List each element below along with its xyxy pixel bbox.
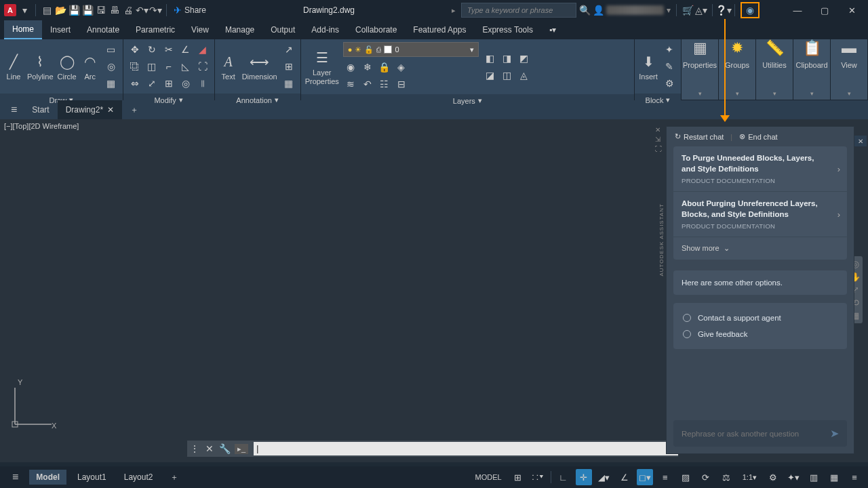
- layer-prev-icon[interactable]: ↶: [360, 77, 375, 92]
- isodraft-icon[interactable]: ◢▾: [596, 469, 612, 485]
- user-name[interactable]: [606, 5, 664, 15]
- circle-button[interactable]: ◯Circle: [58, 52, 77, 81]
- close-cmd-icon[interactable]: ✕: [202, 441, 217, 456]
- rotate-icon[interactable]: ↻: [144, 42, 159, 57]
- minimize-button[interactable]: ―: [785, 0, 810, 20]
- workspace-icon[interactable]: ✦▾: [785, 469, 802, 485]
- line-button[interactable]: ╱Line: [4, 52, 23, 81]
- tab-output[interactable]: Output: [262, 20, 303, 39]
- open-icon[interactable]: 📂: [55, 5, 66, 16]
- tab-annotate[interactable]: Annotate: [79, 20, 127, 39]
- create-block-icon[interactable]: ✦: [662, 42, 677, 57]
- close-tab-icon[interactable]: ✕: [107, 105, 114, 115]
- customize-cmd-icon[interactable]: 🔧: [217, 441, 232, 456]
- close-button[interactable]: ✕: [840, 0, 864, 20]
- layer-freeze-icon[interactable]: ❄: [360, 60, 375, 75]
- panel-block-title[interactable]: Block ▾: [635, 94, 681, 106]
- hatch-icon[interactable]: ▦: [104, 76, 119, 91]
- new-tab-button[interactable]: ＋: [122, 100, 146, 119]
- command-input[interactable]: [254, 442, 678, 455]
- scale-icon[interactable]: ⤢: [144, 76, 159, 91]
- ortho-icon[interactable]: ∟: [555, 469, 572, 485]
- autodesk-icon[interactable]: ◬▾: [696, 5, 707, 16]
- trim-icon[interactable]: ✂: [161, 42, 176, 57]
- annoscale-icon[interactable]: ⚖: [718, 469, 734, 485]
- copy-icon[interactable]: ⿻: [127, 59, 142, 74]
- layer-iso-icon[interactable]: ◈: [394, 60, 409, 75]
- tab-more-icon[interactable]: ▪▾: [541, 20, 564, 39]
- saveas-icon[interactable]: 💾: [82, 5, 93, 16]
- result-item-2[interactable]: About Purging Unreferenced Layers, Block…: [673, 192, 847, 237]
- plot-icon[interactable]: 🖶: [109, 5, 120, 16]
- insert-button[interactable]: ⬇Insert: [639, 52, 658, 81]
- panel-annotation-title[interactable]: Annotation ▾: [215, 94, 300, 106]
- send-icon[interactable]: ➤: [830, 427, 839, 440]
- result-item-1[interactable]: To Purge Unneeded Blocks, Layers, and St…: [673, 146, 847, 192]
- dimension-button[interactable]: ⟷Dimension: [242, 52, 277, 81]
- tab-addins[interactable]: Add-ins: [303, 20, 347, 39]
- layer-tool-3-icon[interactable]: ◩: [517, 51, 532, 66]
- palette-handles[interactable]: ✕⇲⛶: [655, 126, 665, 152]
- table-icon[interactable]: ⊞: [281, 59, 296, 74]
- layer-walk-icon[interactable]: ☷: [377, 77, 392, 92]
- iso-icon[interactable]: ▦: [826, 469, 842, 485]
- doc-close-icon[interactable]: ✕: [854, 136, 867, 146]
- layout-2[interactable]: Layout2: [117, 470, 160, 485]
- layer-tool-4-icon[interactable]: ◪: [483, 68, 498, 83]
- command-line[interactable]: ⋮ ✕ 🔧 ▸_: [187, 441, 678, 457]
- user-icon[interactable]: 👤: [593, 5, 604, 16]
- assistant-text-input[interactable]: [682, 430, 825, 438]
- save-icon[interactable]: 💾: [68, 5, 79, 16]
- end-chat-button[interactable]: ⊗ End chat: [739, 132, 777, 141]
- space-indicator[interactable]: MODEL: [471, 473, 506, 481]
- polyline-button[interactable]: ⌇Polyline: [27, 52, 54, 81]
- transparency-icon[interactable]: ▨: [677, 469, 694, 485]
- snap-icon[interactable]: ⸬▾: [530, 469, 547, 485]
- web-open-icon[interactable]: 🖫: [96, 5, 106, 16]
- explode-icon[interactable]: ⛶: [195, 59, 210, 74]
- layout-model[interactable]: Model: [29, 470, 66, 485]
- app-menu-button[interactable]: A: [4, 4, 16, 16]
- layer-state-icon[interactable]: ⊟: [394, 77, 409, 92]
- array-icon[interactable]: ⊞: [161, 76, 176, 91]
- tab-start[interactable]: Start: [24, 100, 57, 119]
- layer-properties-button[interactable]: ☰Layer Properties: [305, 48, 339, 85]
- assistant-icon[interactable]: ◉: [745, 5, 755, 16]
- recent-cmd-icon[interactable]: ⋮: [187, 441, 202, 456]
- rectangle-icon[interactable]: ▭: [104, 42, 119, 57]
- field-icon[interactable]: ▦: [281, 76, 296, 91]
- maximize-button[interactable]: ▢: [812, 0, 837, 20]
- edit-block-icon[interactable]: ✎: [662, 59, 677, 74]
- panel-layers-title[interactable]: Layers ▾: [301, 94, 634, 107]
- ellipse-icon[interactable]: ◎: [104, 59, 119, 74]
- search-input[interactable]: Type a keyword or phrase: [461, 3, 576, 18]
- layout-1[interactable]: Layout1: [71, 470, 113, 485]
- tab-express[interactable]: Express Tools: [474, 20, 540, 39]
- layer-dropdown[interactable]: ● ☀ 🔓 ⎙ 0 ▾: [343, 42, 479, 57]
- viewport-label[interactable]: [−][Top][2D Wireframe]: [4, 122, 79, 130]
- share-icon[interactable]: ✈: [172, 5, 183, 16]
- option-contact-agent[interactable]: Contact a support agent: [683, 310, 837, 326]
- layer-lock-icon[interactable]: 🔒: [377, 60, 392, 75]
- tab-collaborate[interactable]: Collaborate: [347, 20, 405, 39]
- osnap-icon[interactable]: ◻▾: [637, 469, 653, 485]
- polar-icon[interactable]: ✛: [576, 469, 592, 485]
- fillet-icon[interactable]: ⌐: [161, 59, 176, 74]
- restart-chat-button[interactable]: ↻ Restart chat: [675, 132, 724, 141]
- file-menu-icon[interactable]: ≡: [4, 104, 24, 116]
- panel-properties[interactable]: ▦Properties▾: [682, 39, 719, 100]
- tab-parametric[interactable]: Parametric: [127, 20, 183, 39]
- layer-tool-1-icon[interactable]: ◧: [483, 51, 498, 66]
- panel-view[interactable]: ▬View▾: [831, 39, 868, 100]
- attr-icon[interactable]: ⚙: [662, 76, 677, 91]
- app-store-icon[interactable]: 🛒: [682, 5, 693, 16]
- customize-status-icon[interactable]: ≡: [846, 469, 863, 485]
- tab-view[interactable]: View: [183, 20, 217, 39]
- lineweight-icon[interactable]: ≡: [657, 469, 673, 485]
- text-button[interactable]: AText: [219, 52, 238, 81]
- leader-icon[interactable]: ↗: [281, 42, 296, 57]
- mirror-icon[interactable]: ◫: [144, 59, 159, 74]
- layer-tool-6-icon[interactable]: ◬: [517, 68, 532, 83]
- share-label[interactable]: Share: [184, 5, 206, 15]
- gear-icon[interactable]: ⚙: [765, 469, 781, 485]
